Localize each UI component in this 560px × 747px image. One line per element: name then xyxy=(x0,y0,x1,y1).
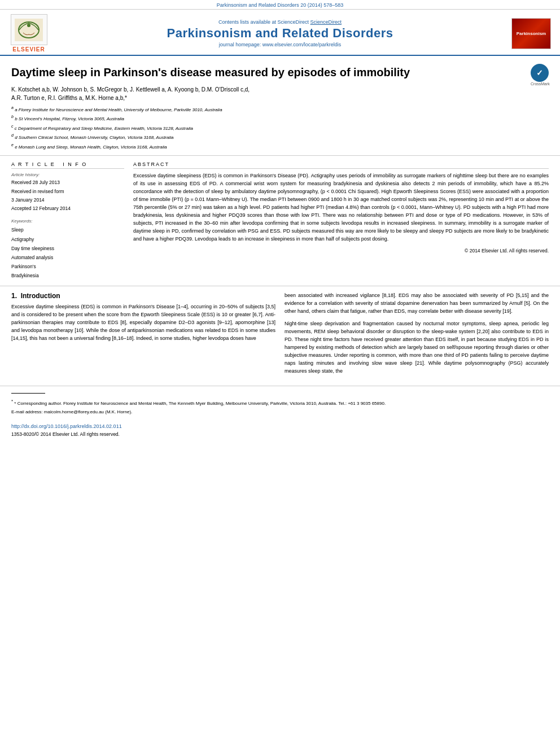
revised-date: 3 January 2014 xyxy=(11,196,124,204)
affil-c: c c Department of Respiratory and Sleep … xyxy=(11,123,549,132)
article-title-section: Daytime sleep in Parkinson's disease mea… xyxy=(0,56,560,156)
email-note: E-mail address: malcolm.horne@florey.edu… xyxy=(11,409,549,416)
main-content-section: 1. Introduction Excessive daytime sleepi… xyxy=(0,286,560,385)
accepted-date: Accepted 12 February 2014 xyxy=(11,204,124,213)
keyword-bradykinesia: Bradykinesia xyxy=(11,271,124,280)
keyword-daytime: Day time sleepiness xyxy=(11,244,124,253)
article-info-header: A R T I C L E I N F O xyxy=(11,161,124,169)
abstract-text: Excessive daytime sleepiness (EDS) is co… xyxy=(133,172,549,243)
main-col-left: 1. Introduction Excessive daytime sleepi… xyxy=(11,292,275,379)
keywords-list: Sleep Actigraphy Day time sleepiness Aut… xyxy=(11,225,124,280)
section-title-text: Introduction xyxy=(21,292,60,300)
footer-divider xyxy=(11,393,45,394)
article-dates: Received 28 July 2013 Received in revise… xyxy=(11,178,124,213)
authors-line1: K. Kotschet a,b, W. Johnson b, S. McGreg… xyxy=(11,86,549,93)
keyword-automated: Automated analysis xyxy=(11,253,124,262)
copyright: © 2014 Elsevier Ltd. All rights reserved… xyxy=(133,248,549,254)
journal-title: Parkinsonism and Related Disorders xyxy=(49,26,511,41)
history-label: Article history: xyxy=(11,172,124,177)
keywords-section: Keywords: Sleep Actigraphy Day time slee… xyxy=(11,219,124,280)
abstract-column: ABSTRACT Excessive daytime sleepiness (E… xyxy=(133,161,549,280)
sciencedirect-url[interactable]: ScienceDirect xyxy=(310,19,342,25)
affil-a: a a Florey Institute for Neuroscience an… xyxy=(11,104,549,113)
journal-reference-bar: Parkinsonism and Related Disorders 20 (2… xyxy=(0,0,560,10)
section-number: 1. xyxy=(11,292,17,300)
journal-homepage: journal homepage: www.elsevier.com/locat… xyxy=(49,42,511,47)
affiliations: a a Florey Institute for Neuroscience an… xyxy=(11,104,549,151)
introduction-title: 1. Introduction xyxy=(11,292,275,300)
keyword-parkinsons: Parkinson's xyxy=(11,262,124,271)
keywords-label: Keywords: xyxy=(11,219,124,224)
abstract-header: ABSTRACT xyxy=(133,161,549,169)
article-info-column: A R T I C L E I N F O Article history: R… xyxy=(11,161,124,280)
parkinsonism-journal-logo: Parkinsonism xyxy=(511,18,551,49)
received-date: Received 28 July 2013 xyxy=(11,178,124,187)
keyword-actigraphy: Actigraphy xyxy=(11,235,124,244)
doi-link[interactable]: http://dx.doi.org/10.1016/j.parkreldis.2… xyxy=(11,423,549,429)
keyword-sleep: Sleep xyxy=(11,225,124,234)
sciencedirect-link: Contents lists available at ScienceDirec… xyxy=(49,19,511,25)
main-col-right: been associated with increased vigilance… xyxy=(285,292,549,379)
elsevier-text: ELSEVIER xyxy=(12,46,45,53)
affil-d: d d Southern Clinical School, Monash Uni… xyxy=(11,132,549,141)
elsevier-logo: ELSEVIER xyxy=(9,14,49,53)
elsevier-image xyxy=(11,14,47,45)
issn-line: 1353-8020/© 2014 Elsevier Ltd. All right… xyxy=(11,431,549,437)
crossmark-label: CrossMark xyxy=(531,82,549,86)
intro-paragraph-3: Night-time sleep deprivation and fragmen… xyxy=(285,320,549,375)
affil-e: e e Monash Lung and Sleep, Monash Health… xyxy=(11,142,549,151)
journal-header: ELSEVIER Contents lists available at Sci… xyxy=(0,10,560,56)
journal-header-center: Contents lists available at ScienceDirec… xyxy=(49,19,511,47)
crossmark-badge: ✓ CrossMark xyxy=(531,64,549,82)
authors-line2: A.R. Turton e, R.I. Griffiths a, M.K. Ho… xyxy=(11,95,549,101)
article-title: Daytime sleep in Parkinson's disease mea… xyxy=(11,65,522,80)
crossmark-icon: ✓ xyxy=(531,64,549,82)
svg-text:✓: ✓ xyxy=(536,68,543,77)
svg-point-2 xyxy=(27,24,30,27)
affil-b: b b St Vincent's Hospital, Fitzroy, Vict… xyxy=(11,113,549,123)
received-revised-label: Received in revised form xyxy=(11,187,124,196)
intro-paragraph-1: Excessive daytime sleepiness (EDS) is co… xyxy=(11,303,275,343)
journal-reference-text: Parkinsonism and Related Disorders 20 (2… xyxy=(217,2,344,8)
main-two-col: 1. Introduction Excessive daytime sleepi… xyxy=(11,292,549,379)
article-info-abstract-section: A R T I C L E I N F O Article history: R… xyxy=(0,156,560,286)
corresponding-author-note: * * Corresponding author. Florey Institu… xyxy=(11,398,549,407)
footer: * * Corresponding author. Florey Institu… xyxy=(0,386,560,442)
intro-paragraph-2: been associated with increased vigilance… xyxy=(285,292,549,316)
